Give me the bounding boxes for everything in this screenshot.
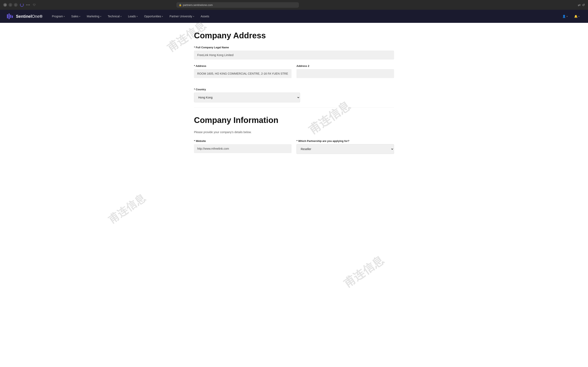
sentinelone-logo-svg <box>7 13 14 20</box>
logo[interactable]: SentinelOne® <box>7 13 43 20</box>
bell-icon: 🔔 <box>574 15 578 18</box>
company-info-section: Company Information Please provide your … <box>194 116 394 159</box>
program-dropdown-arrow: ▾ <box>64 15 65 17</box>
marketing-dropdown-arrow: ▾ <box>100 15 101 17</box>
opportunities-dropdown-arrow: ▾ <box>162 15 163 17</box>
address-bar[interactable]: 🔒 partners.sentinelone.com <box>176 2 299 8</box>
user-menu-btn[interactable]: 👤 ▾ <box>560 13 570 19</box>
user-icon: 👤 <box>562 15 566 18</box>
url-text: partners.sentinelone.com <box>183 3 213 7</box>
logo-light: One <box>32 14 40 18</box>
forward-btn[interactable]: › <box>14 3 17 7</box>
browser-window-controls: ⊟ ‹ › <box>3 3 17 7</box>
watermark-3: 甫连信息 <box>106 191 148 226</box>
svg-rect-0 <box>7 14 8 18</box>
sales-dropdown-arrow: ▾ <box>79 15 80 17</box>
partnership-select[interactable]: Reseller Distributor MSSP Technology Par… <box>296 144 394 154</box>
nav-items: Program ▾ Sales ▾ Marketing ▾ Technical … <box>49 13 560 20</box>
section-divider <box>194 107 394 108</box>
watermark-4: 甫连信息 <box>341 252 387 291</box>
translate-icon[interactable]: ⇄ <box>578 3 580 7</box>
shield-icon: 🛡 <box>33 3 36 7</box>
nav-partner-university[interactable]: Partner University ▾ <box>167 13 197 20</box>
company-info-title: Company Information <box>194 116 394 125</box>
leads-dropdown-arrow: ▾ <box>137 15 138 17</box>
back-btn[interactable]: ‹ <box>9 3 12 7</box>
partner-university-dropdown-arrow: ▾ <box>193 15 194 17</box>
nav-opportunities[interactable]: Opportunities ▾ <box>141 13 166 20</box>
company-address-section: Company Address * Full Company Legal Nam… <box>194 31 394 102</box>
notification-btn[interactable]: 🔔 ▾ <box>572 13 581 19</box>
logo-bold: Sentinel <box>16 14 32 18</box>
bell-dropdown-arrow: ▾ <box>579 15 579 17</box>
browser-chrome: ⊟ ‹ › ••• 🛡 🔒 partners.sentinelone.com ⇄… <box>0 0 588 10</box>
refresh-icon[interactable]: ↺ <box>582 3 585 7</box>
country-label: * Country <box>194 88 300 91</box>
navbar: SentinelOne® Program ▾ Sales ▾ Marketing… <box>0 10 588 23</box>
main-content: Company Address * Full Company Legal Nam… <box>182 23 406 172</box>
nav-sales[interactable]: Sales ▾ <box>68 13 83 20</box>
address2-input[interactable] <box>296 69 394 78</box>
logo-icon <box>7 13 14 20</box>
country-group: * Country Hong Kong United States United… <box>194 88 300 102</box>
partnership-group: * Which Partnership are you applying for… <box>296 140 394 154</box>
nav-assets[interactable]: Assets <box>198 13 212 20</box>
country-select[interactable]: Hong Kong United States United Kingdom S… <box>194 92 300 102</box>
sidebar-toggle-btn[interactable]: ⊟ <box>3 3 7 7</box>
full-name-label: * Full Company Legal Name <box>194 46 394 49</box>
nav-technical[interactable]: Technical ▾ <box>105 13 124 20</box>
website-label: * Website <box>194 140 292 142</box>
lock-icon: 🔒 <box>179 4 182 6</box>
loading-indicator <box>20 3 24 7</box>
user-dropdown-arrow: ▾ <box>567 15 568 17</box>
address2-group: Address 2 <box>296 64 394 78</box>
nav-leads[interactable]: Leads ▾ <box>125 13 140 20</box>
full-name-group: * Full Company Legal Name <box>194 46 394 59</box>
website-group: * Website <box>194 140 292 154</box>
company-info-description: Please provide your company's details be… <box>194 131 394 134</box>
logo-text: SentinelOne® <box>16 14 43 19</box>
company-address-title: Company Address <box>194 31 394 40</box>
technical-dropdown-arrow: ▾ <box>121 15 121 17</box>
address-row: * Address Address 2 <box>194 64 394 83</box>
full-name-input[interactable] <box>194 50 394 59</box>
nav-program[interactable]: Program ▾ <box>49 13 68 20</box>
browser-action-buttons: ⇄ ↺ <box>578 3 585 7</box>
website-partnership-row: * Website * Which Partnership are you ap… <box>194 140 394 159</box>
address-input[interactable] <box>194 69 292 78</box>
nav-marketing[interactable]: Marketing ▾ <box>84 13 104 20</box>
address2-label: Address 2 <box>296 64 394 67</box>
website-input[interactable] <box>194 144 292 153</box>
partnership-label: * Which Partnership are you applying for… <box>296 140 394 142</box>
nav-right: 👤 ▾ 🔔 ▾ <box>560 13 581 19</box>
svg-rect-2 <box>10 15 11 18</box>
address-label: * Address <box>194 64 292 67</box>
svg-rect-3 <box>12 16 13 18</box>
address-group: * Address <box>194 64 292 78</box>
browser-dots: ••• <box>26 3 30 7</box>
svg-rect-1 <box>9 13 9 19</box>
